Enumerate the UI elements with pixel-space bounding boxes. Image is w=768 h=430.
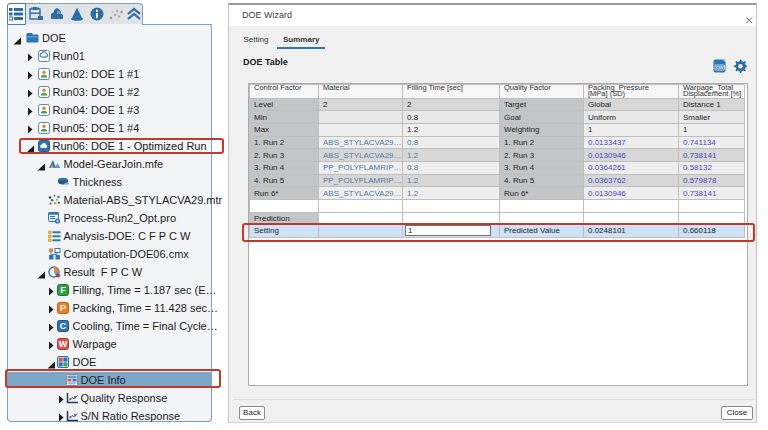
svg-text:F: F — [60, 285, 66, 295]
svg-text:P: P — [60, 303, 66, 313]
svg-text:W: W — [59, 339, 68, 349]
svg-text:C: C — [60, 321, 67, 331]
svg-text:csv: csv — [716, 65, 724, 70]
